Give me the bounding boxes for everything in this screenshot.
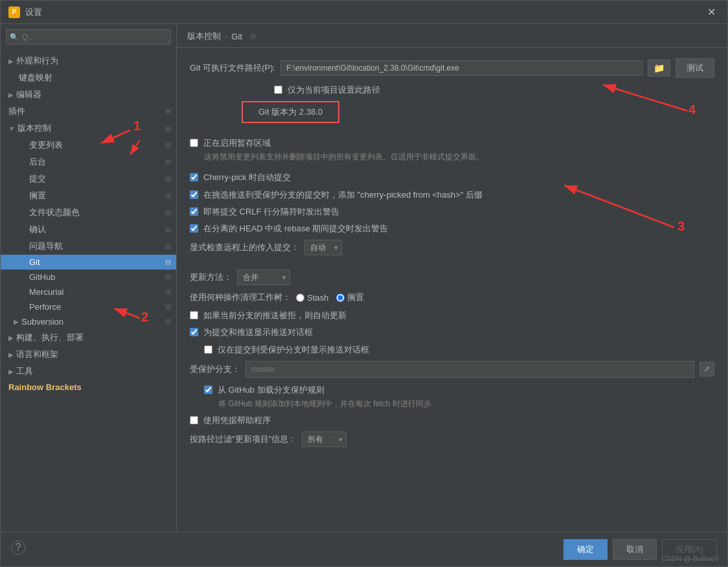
stash-radio-label[interactable]: Stash [296,293,328,303]
filter-label: 按路径过滤"更新项目"信息： [190,434,297,445]
cherry-pick-hash-checkbox[interactable] [190,191,198,199]
crlf-checkbox[interactable] [190,207,198,216]
sidebar-item-github[interactable]: GitHub ⊟ [1,270,176,284]
panel-header: 版本控制 › Git ⊟ [177,24,727,48]
panel-body: Git 可执行文件路径(P): 📁 测试 仅为当前项目设置此路径 Git 版本为… [177,48,727,532]
auto-update-checkbox[interactable] [190,311,198,319]
only-project-label[interactable]: 仅为当前项目设置此路径 [288,84,380,96]
sidebar-item-build[interactable]: ▶ 构建、执行、部署 [1,329,176,346]
sidebar-item-mercurial[interactable]: Mercurial ⊟ [1,284,176,299]
sidebar-list: ▶ 外观和行为 键盘映射 ▶ 编辑器 插件 ⊟ [1,50,176,532]
help-button[interactable]: ? [11,540,25,555]
sidebar-item-subversion[interactable]: ▶ Subversion ⊟ [1,314,176,329]
update-method-label: 更新方法： [190,272,232,283]
cherry-pick-hash-label[interactable]: 在挑选推送到受保护分支的提交时，添加 "cherry-picked from <… [203,189,483,201]
settings-icon-pf: ⊟ [165,303,171,311]
filter-row: 按路径过滤"更新项目"信息： 所有 仅限... [190,432,714,447]
settings-icon-cm: ⊟ [165,175,171,183]
sidebar-item-backstage[interactable]: 后台 ⊟ [1,154,176,170]
sidebar: 🔍 ▶ 外观和行为 键盘映射 ▶ 编辑器 [1,24,177,532]
cherry-pick-checkbox[interactable] [190,173,198,181]
staging-area-row: 正在启用暂存区域 [190,137,714,149]
git-path-input[interactable] [280,60,643,76]
cred-helper-row: 使用凭据帮助程序 [190,415,714,426]
sidebar-item-confirm[interactable]: 确认 ⊟ [1,221,176,238]
github-rules-label[interactable]: 从 GitHub 加载分支保护规则 [218,384,324,396]
sidebar-item-rainbow[interactable]: Rainbow Brackets [1,380,176,395]
sidebar-item-commit[interactable]: 提交 ⊟ [1,170,176,187]
confirm-button[interactable]: 确定 [563,539,608,560]
update-method-select[interactable]: 合并 变基 分支默认 [237,270,290,285]
git-path-row: Git 可执行文件路径(P): 📁 测试 [190,58,714,78]
expand-protected-button[interactable]: ⤢ [700,362,714,376]
search-box: 🔍 [6,29,171,45]
title-bar: P 设置 ✕ [1,1,727,24]
cred-helper-label[interactable]: 使用凭据帮助程序 [203,415,271,426]
settings-icon-sh: ⊟ [165,192,171,200]
staging-area-label[interactable]: 正在启用暂存区域 [203,137,271,149]
settings-icon-svn: ⊟ [165,318,171,326]
only-project-row: 仅为当前项目设置此路径 [274,84,714,96]
cancel-button[interactable]: 取消 [613,539,657,560]
sidebar-item-perforce[interactable]: Perforce ⊟ [1,299,176,314]
settings-icon-in: ⊟ [165,242,171,251]
sidebar-item-tools[interactable]: ▶ 工具 [1,363,176,380]
github-rules-row: 从 GitHub 加载分支保护规则 [204,384,714,396]
breadcrumb: 版本控制 › Git ⊟ [187,30,256,42]
auto-update-label[interactable]: 如果当前分支的推送被拒，则自动更新 [203,310,347,321]
close-button[interactable]: ✕ [703,5,720,19]
only-project-checkbox[interactable] [274,86,282,94]
sidebar-item-issuenav[interactable]: 问题导航 ⊟ [1,238,176,255]
detached-checkbox[interactable] [190,224,198,233]
sidebar-item-shelve[interactable]: 搁置 ⊟ [1,187,176,204]
filter-select-wrapper: 所有 仅限... [302,432,347,447]
push-dialog-row: 为提交和推送显示推送对话框 [190,327,714,338]
detached-row: 在分离的 HEAD 中或 rebase 期间提交时发出警告 [190,223,714,235]
cherry-pick-hash-row: 在挑选推送到受保护分支的提交时，添加 "cherry-picked from <… [190,189,714,201]
sidebar-item-changelists[interactable]: 变更列表 ⊟ [1,137,176,154]
cherry-pick-label[interactable]: Cherry-pick 时自动提交 [203,172,291,183]
detached-label[interactable]: 在分离的 HEAD 中或 rebase 期间提交时发出警告 [203,223,388,235]
push-protected-checkbox[interactable] [204,345,212,354]
cred-helper-checkbox[interactable] [190,416,198,424]
filter-select[interactable]: 所有 仅限... [302,432,347,447]
test-button[interactable]: 测试 [676,58,714,78]
settings-icon-git: ⊟ [165,258,171,266]
sidebar-item-language[interactable]: ▶ 语言和框架 [1,346,176,363]
auto-update-row: 如果当前分支的推送被拒，则自动更新 [190,310,714,321]
push-dialog-label[interactable]: 为提交和推送显示推送对话框 [203,327,313,338]
sidebar-item-vcs[interactable]: ▼ 版本控制 ⊟ [1,120,176,137]
settings-icon: ⊟ [165,108,171,116]
settings-icon-hg: ⊟ [165,288,171,296]
shelve-radio[interactable] [336,294,345,302]
main-content: 🔍 ▶ 外观和行为 键盘映射 ▶ 编辑器 [1,24,727,532]
settings-icon-bs: ⊟ [165,158,171,167]
update-method-row: 更新方法： 合并 变基 分支默认 [190,270,714,285]
github-rules-checkbox[interactable] [204,386,212,394]
staging-area-checkbox[interactable] [190,139,198,147]
sidebar-item-plugins[interactable]: 插件 ⊟ [1,103,176,120]
incoming-select[interactable]: 自动 始终 从不 [304,240,342,255]
protected-branch-input[interactable] [245,361,694,378]
sidebar-item-filecolor[interactable]: 文件状态颜色 ⊟ [1,204,176,221]
push-protected-label[interactable]: 仅在提交到受保护分支时显示推送对话框 [218,344,369,356]
expand-icon-tools: ▶ [8,368,14,375]
search-input[interactable] [6,29,171,45]
crlf-label[interactable]: 即将提交 CRLF 行分隔符时发出警告 [203,206,339,218]
sidebar-item-editor[interactable]: ▶ 编辑器 [1,86,176,103]
sidebar-item-git[interactable]: Git ⊟ [1,255,176,270]
shelve-radio-label[interactable]: 搁置 [336,292,364,303]
incoming-label: 显式检查远程上的传入提交： [190,242,299,253]
watermark: CSDN @-BoBooY- [661,555,721,562]
panel-settings-icon: ⊟ [250,32,256,41]
expand-icon: ▶ [8,91,14,98]
expand-icon: ▶ [8,58,14,65]
sidebar-item-keymap[interactable]: 键盘映射 [1,69,176,86]
push-dialog-checkbox[interactable] [190,328,198,336]
git-path-label: Git 可执行文件路径(P): [190,62,275,74]
protected-branch-label: 受保护分支： [190,364,240,375]
sidebar-item-appearance[interactable]: ▶ 外观和行为 [1,52,176,69]
browse-button[interactable]: 📁 [648,60,670,76]
stash-radio[interactable] [296,294,304,302]
settings-dialog: P 设置 ✕ 🔍 ▶ 外观和行为 键盘映射 [0,0,728,567]
